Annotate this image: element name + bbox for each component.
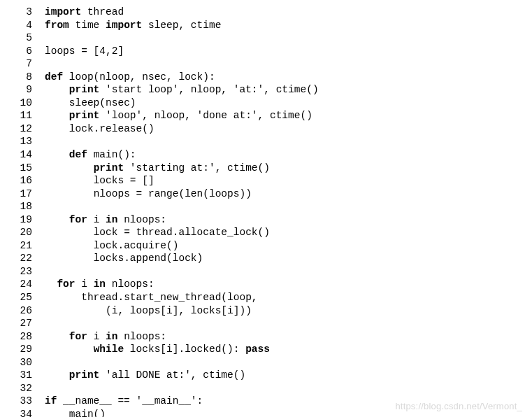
line-number: 25	[8, 291, 45, 304]
line-number: 28	[8, 330, 45, 344]
code-line: 21 lock.acquire()	[8, 239, 524, 253]
code-content: print 'start loop', nloop, 'at:', ctime(…	[45, 83, 524, 97]
line-number: 33	[8, 395, 45, 408]
code-content: nloops = range(len(loops))	[45, 188, 524, 201]
code-line: 23	[8, 265, 524, 278]
line-number: 6	[8, 45, 45, 58]
code-line: 20 lock = thread.allocate_lock()	[8, 226, 524, 239]
code-content	[45, 356, 524, 369]
keyword: for	[57, 278, 81, 290]
code-content: (i, loops[i], locks[i]))	[45, 304, 524, 318]
code-line: 24 for i in nloops:	[8, 278, 524, 291]
code-content	[45, 200, 524, 213]
code-content	[45, 135, 524, 148]
code-content: def main():	[45, 148, 524, 162]
code-line: 12 lock.release()	[8, 122, 524, 136]
line-number: 18	[8, 200, 45, 213]
code-content: locks.append(lock)	[45, 252, 524, 265]
keyword: def	[69, 149, 94, 160]
code-content: sleep(nsec)	[45, 97, 524, 110]
line-number: 19	[8, 213, 45, 227]
keyword: print	[94, 162, 130, 174]
code-content	[45, 57, 524, 71]
keyword: in	[106, 214, 124, 225]
keyword: import	[45, 6, 87, 17]
watermark-text: https://blog.csdn.net/Vermont_	[395, 401, 522, 413]
code-line: 22 locks.append(lock)	[8, 252, 524, 265]
code-line: 27	[8, 317, 524, 330]
code-content	[45, 382, 524, 395]
code-content	[45, 31, 524, 45]
line-number: 4	[8, 19, 45, 32]
code-line: 30	[8, 356, 524, 369]
line-number: 31	[8, 369, 45, 382]
code-line: 9 print 'start loop', nloop, 'at:', ctim…	[8, 83, 524, 97]
code-line: 15 print 'starting at:', ctime()	[8, 162, 524, 175]
code-line: 4from time import sleep, ctime	[8, 19, 524, 32]
code-content: for i in nloops:	[45, 330, 524, 344]
line-number: 27	[8, 317, 45, 330]
line-number: 14	[8, 148, 45, 162]
code-line: 6loops = [4,2]	[8, 45, 524, 58]
keyword: if	[45, 395, 63, 407]
code-listing: 3import thread4from time import sleep, c…	[8, 6, 524, 417]
line-number: 11	[8, 109, 45, 122]
code-line: 5	[8, 31, 524, 45]
line-number: 8	[8, 71, 45, 84]
code-content: while locks[i].locked(): pass	[45, 343, 524, 356]
code-content: loops = [4,2]	[45, 45, 524, 58]
line-number: 3	[8, 6, 45, 19]
code-content: import thread	[45, 6, 524, 19]
code-content	[45, 317, 524, 330]
keyword: import	[106, 20, 148, 31]
line-number: 7	[8, 57, 45, 71]
line-number: 24	[8, 278, 45, 291]
code-content: def loop(nloop, nsec, lock):	[45, 71, 524, 84]
code-content: lock.release()	[45, 122, 524, 136]
code-content: thread.start_new_thread(loop,	[45, 291, 524, 304]
code-content: print 'loop', nloop, 'done at:', ctime()	[45, 109, 524, 122]
code-line: 19 for i in nloops:	[8, 213, 524, 227]
code-line: 28 for i in nloops:	[8, 330, 524, 344]
line-number: 9	[8, 83, 45, 97]
code-line: 8def loop(nloop, nsec, lock):	[8, 71, 524, 84]
line-number: 13	[8, 135, 45, 148]
keyword: from	[45, 20, 76, 31]
keyword: for	[69, 214, 94, 225]
keyword: in	[94, 278, 112, 290]
code-content: print 'starting at:', ctime()	[45, 162, 524, 175]
code-line: 25 thread.start_new_thread(loop,	[8, 291, 524, 304]
line-number: 34	[8, 408, 45, 417]
code-line: 29 while locks[i].locked(): pass	[8, 343, 524, 356]
line-number: 10	[8, 97, 45, 110]
code-content: for i in nloops:	[45, 213, 524, 227]
code-line: 32	[8, 382, 524, 395]
code-content: lock.acquire()	[45, 239, 524, 253]
line-number: 30	[8, 356, 45, 369]
keyword: print	[69, 369, 106, 381]
code-line: 16 locks = []	[8, 174, 524, 188]
line-number: 15	[8, 162, 45, 175]
line-number: 5	[8, 31, 45, 45]
line-number: 22	[8, 252, 45, 265]
line-number: 21	[8, 239, 45, 253]
code-content: from time import sleep, ctime	[45, 19, 524, 32]
line-number: 17	[8, 188, 45, 201]
code-content: for i in nloops:	[45, 278, 524, 291]
line-number: 16	[8, 174, 45, 188]
code-line: 18	[8, 200, 524, 213]
keyword: while	[94, 344, 130, 355]
code-line: 31 print 'all DONE at:', ctime()	[8, 369, 524, 382]
code-content: locks = []	[45, 174, 524, 188]
keyword: for	[69, 331, 94, 342]
line-number: 12	[8, 122, 45, 136]
keyword: print	[69, 84, 106, 95]
line-number: 23	[8, 265, 45, 278]
line-number: 26	[8, 304, 45, 318]
code-content	[45, 265, 524, 278]
code-line: 13	[8, 135, 524, 148]
code-line: 17 nloops = range(len(loops))	[8, 188, 524, 201]
code-line: 10 sleep(nsec)	[8, 97, 524, 110]
code-line: 3import thread	[8, 6, 524, 19]
line-number: 32	[8, 382, 45, 395]
